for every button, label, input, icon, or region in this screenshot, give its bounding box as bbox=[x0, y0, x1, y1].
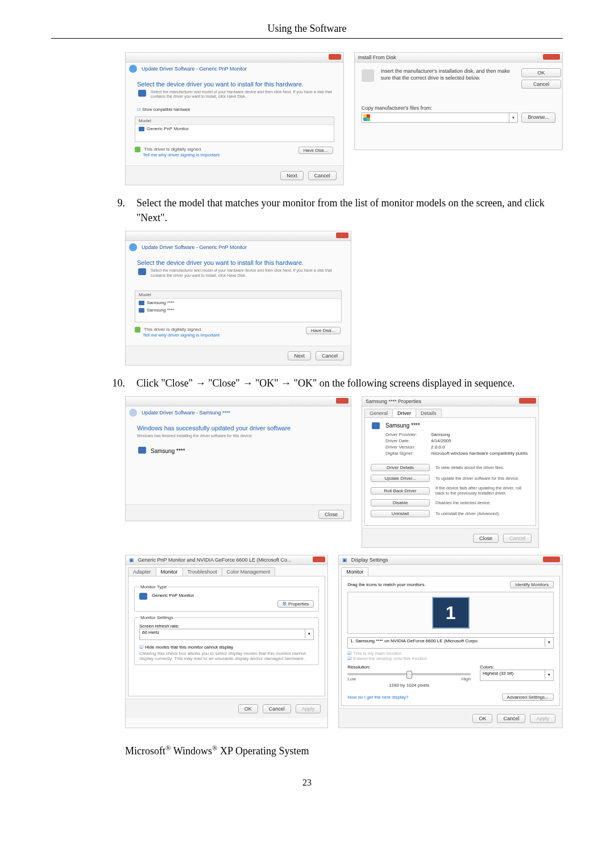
list-item[interactable]: Generic PnP Monitor bbox=[135, 125, 334, 132]
chevron-down-icon[interactable]: ▾ bbox=[545, 638, 553, 647]
model-listbox[interactable]: Model Samsung **** Samsung **** bbox=[135, 290, 342, 322]
tab-troubleshoot[interactable]: Troubleshoot bbox=[182, 567, 222, 576]
shield-icon: ⛨ bbox=[283, 601, 287, 607]
step-text: Select the model that matches your monit… bbox=[136, 196, 563, 225]
next-button[interactable]: Next bbox=[280, 171, 304, 180]
close-icon[interactable] bbox=[336, 398, 349, 404]
have-disk-button[interactable]: Have Disk... bbox=[298, 147, 333, 154]
ok-button[interactable]: OK bbox=[521, 68, 561, 77]
cancel-button[interactable]: Cancel bbox=[497, 714, 525, 723]
rollback-driver-button[interactable]: Roll Back Driver bbox=[371, 487, 430, 495]
windows-icon bbox=[363, 114, 370, 121]
browse-button[interactable]: Browse... bbox=[521, 113, 555, 123]
hide-modes-checkbox[interactable]: Hide modes that this monitor cannot disp… bbox=[139, 645, 314, 650]
cancel-button: Cancel bbox=[503, 534, 532, 543]
monitor-icon bbox=[138, 90, 146, 97]
monitor-icon bbox=[372, 422, 380, 429]
refresh-rate-select[interactable]: 60 Hertz ▾ bbox=[139, 629, 314, 640]
uninstall-button[interactable]: Uninstall bbox=[371, 510, 430, 517]
dialog-heading: Windows has successfully updated your dr… bbox=[126, 421, 351, 434]
shield-icon bbox=[135, 147, 140, 152]
dialog-display-settings: ▣ Display Settings Monitor Drag the icon… bbox=[338, 555, 563, 728]
next-button[interactable]: Next bbox=[288, 351, 311, 360]
path-combobox[interactable]: ▾ bbox=[362, 113, 518, 123]
tab-driver[interactable]: Driver bbox=[392, 409, 416, 417]
have-disk-button[interactable]: Have Disk... bbox=[306, 327, 341, 334]
tab-general[interactable]: General bbox=[364, 409, 393, 417]
dialog-heading: Select the device driver you want to ins… bbox=[126, 77, 343, 90]
apply-button: Apply bbox=[530, 714, 555, 723]
show-compatible-checkbox[interactable]: Show compatible hardware bbox=[126, 107, 343, 114]
dialog-monitor-tab: ▣ Generic PnP Monitor and NVIDIA GeForce… bbox=[125, 555, 328, 728]
main-monitor-checkbox: This is my main monitor bbox=[347, 651, 554, 656]
dialog-heading: Select the device driver you want to ins… bbox=[126, 256, 351, 268]
page-number: 23 bbox=[51, 778, 563, 788]
dialog-driver-properties: Samsung **** Properties General Driver D… bbox=[362, 396, 539, 548]
close-icon[interactable] bbox=[313, 556, 325, 562]
signing-link[interactable]: Tell me why driver signing is important bbox=[143, 333, 219, 338]
dialog-update-driver: Update Driver Software - Generic PnP Mon… bbox=[125, 52, 344, 185]
monitor-1-icon[interactable]: 1 bbox=[432, 597, 470, 629]
shield-icon bbox=[135, 327, 140, 333]
close-button[interactable]: Close bbox=[318, 510, 344, 519]
close-icon[interactable] bbox=[329, 54, 341, 60]
dialog-select-model: Update Driver Software - Generic PnP Mon… bbox=[125, 231, 351, 366]
tab-monitor[interactable]: Monitor bbox=[341, 567, 368, 576]
cancel-button[interactable]: Cancel bbox=[308, 171, 337, 180]
list-item[interactable]: Samsung **** bbox=[135, 306, 341, 314]
tab-adapter[interactable]: Adapter bbox=[128, 567, 156, 576]
close-icon[interactable] bbox=[543, 54, 560, 60]
cancel-button[interactable]: Cancel bbox=[263, 704, 291, 713]
advanced-settings-button[interactable]: Advanced Settings... bbox=[502, 693, 554, 701]
step-number: 9. bbox=[51, 196, 136, 225]
chevron-down-icon[interactable]: ▾ bbox=[545, 670, 553, 679]
close-button[interactable]: Close bbox=[473, 534, 499, 543]
tab-details[interactable]: Details bbox=[416, 409, 442, 417]
best-display-link[interactable]: How do I get the best display? bbox=[347, 695, 408, 700]
resolution-slider[interactable] bbox=[347, 673, 471, 675]
identify-monitors-button[interactable]: Identify Monitors bbox=[510, 581, 554, 588]
cancel-button[interactable]: Cancel bbox=[316, 351, 344, 360]
page-header: Using the Software bbox=[51, 23, 563, 35]
tab-color-management[interactable]: Color Management bbox=[222, 567, 276, 576]
extend-desktop-checkbox: Extend the desktop onto this monitor bbox=[347, 656, 554, 661]
driver-details-button[interactable]: Driver Details bbox=[371, 464, 430, 471]
close-icon[interactable] bbox=[336, 232, 349, 238]
back-icon[interactable] bbox=[129, 243, 137, 251]
update-driver-button[interactable]: Update Driver... bbox=[371, 475, 430, 482]
header-rule bbox=[51, 38, 563, 39]
dialog-update-success: Update Driver Software - Samsung **** Wi… bbox=[125, 396, 351, 521]
monitor-icon bbox=[138, 447, 146, 454]
back-icon bbox=[129, 409, 137, 417]
monitor-layout-area[interactable]: 1 bbox=[347, 592, 554, 634]
monitor-icon bbox=[139, 593, 147, 600]
disable-button[interactable]: Disable bbox=[371, 499, 430, 506]
signing-link[interactable]: Tell me why driver signing is important bbox=[143, 152, 219, 157]
monitor-icon bbox=[138, 268, 146, 275]
step-number: 10. bbox=[51, 376, 136, 391]
properties-button[interactable]: ⛨ Properties bbox=[277, 600, 314, 608]
slider-handle[interactable] bbox=[406, 671, 412, 679]
colors-select[interactable]: Highest (32 bit) ▾ bbox=[480, 670, 554, 681]
close-icon[interactable] bbox=[519, 398, 536, 404]
display-icon: ▣ bbox=[342, 557, 347, 563]
monitor-select[interactable]: 1. Samsung **** on NVIDIA GeForce 6600 L… bbox=[347, 637, 554, 649]
close-icon[interactable] bbox=[543, 556, 560, 562]
dialog-install-from-disk: Install From Disk Insert the manufacture… bbox=[354, 52, 563, 150]
os-note: Microsoft® Windows® XP Operating System bbox=[125, 744, 563, 757]
back-icon[interactable] bbox=[129, 65, 137, 73]
display-icon: ▣ bbox=[129, 557, 134, 563]
model-listbox[interactable]: Model Generic PnP Monitor bbox=[135, 117, 334, 142]
chevron-down-icon[interactable]: ▾ bbox=[305, 629, 313, 638]
apply-button: Apply bbox=[296, 704, 321, 713]
list-item[interactable]: Samsung **** bbox=[135, 299, 341, 306]
disk-icon bbox=[362, 69, 374, 82]
chevron-down-icon[interactable]: ▾ bbox=[509, 113, 517, 122]
ok-button[interactable]: OK bbox=[238, 704, 258, 713]
tab-monitor[interactable]: Monitor bbox=[156, 567, 183, 576]
step-text: Click "Close" → "Close" → "OK" → "OK" on… bbox=[136, 376, 563, 391]
cancel-button[interactable]: Cancel bbox=[521, 80, 561, 89]
ok-button[interactable]: OK bbox=[472, 714, 492, 723]
